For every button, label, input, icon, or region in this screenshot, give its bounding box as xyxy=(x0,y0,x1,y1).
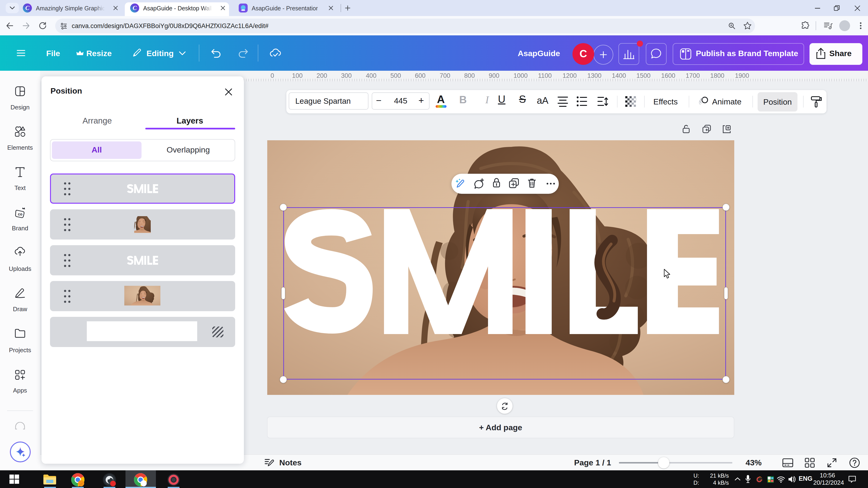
svg-text:co: co xyxy=(18,212,22,216)
svg-text:C: C xyxy=(132,4,137,11)
svg-text:C: C xyxy=(25,4,30,11)
